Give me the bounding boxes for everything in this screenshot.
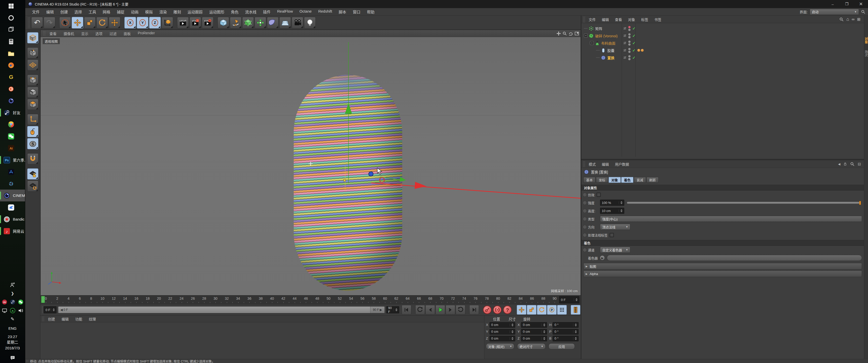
- menubar-item-6[interactable]: 捕捉: [114, 9, 128, 14]
- calculator-app[interactable]: [0, 36, 25, 47]
- lock-x-button[interactable]: X: [124, 17, 136, 29]
- material-menu-1[interactable]: 编辑: [58, 317, 72, 321]
- menubar-item-15[interactable]: 插件: [260, 9, 274, 14]
- render-picture-viewer-button[interactable]: [189, 17, 201, 29]
- visibility-dot-render[interactable]: [628, 58, 630, 60]
- viewport-menu-3[interactable]: 选项: [92, 31, 106, 36]
- ruler-frame-field[interactable]: 0 F: [559, 296, 579, 303]
- workplane-mode-button[interactable]: [27, 60, 38, 71]
- height-field[interactable]: 10 cm: [600, 208, 624, 214]
- cortana-button[interactable]: [0, 12, 25, 24]
- coord-position-field-X[interactable]: 0 cm: [490, 322, 516, 328]
- app-blue-ring[interactable]: [0, 178, 25, 190]
- blue-axis-handle[interactable]: [368, 171, 373, 176]
- menubar-item-12[interactable]: 运动图形: [206, 9, 227, 14]
- render-toggle[interactable]: [623, 34, 626, 37]
- wechat-tray-icon[interactable]: [17, 298, 24, 305]
- viewport-menu-6[interactable]: ProRender: [134, 31, 158, 36]
- visibility-dot-editor[interactable]: [628, 26, 630, 28]
- cinema4d-pinned-app[interactable]: [0, 95, 25, 107]
- material-menu-0[interactable]: 创建: [45, 317, 58, 321]
- lock-z-button[interactable]: Z: [149, 17, 161, 29]
- menubar-item-13[interactable]: 角色: [227, 9, 242, 14]
- visibility-dot-editor[interactable]: [628, 41, 630, 43]
- viewport-menu-2[interactable]: 显示: [78, 31, 92, 36]
- menubar-item-18[interactable]: Redshift: [315, 9, 335, 14]
- material-menu-3[interactable]: 纹理: [86, 317, 99, 321]
- normals-checkbox[interactable]: [610, 233, 614, 237]
- object-menu-0[interactable]: 文件: [586, 17, 599, 22]
- live-selection-button[interactable]: [59, 17, 71, 29]
- position-mode-dropdown[interactable]: 对象 (相对)▼: [486, 343, 514, 350]
- history-back-icon[interactable]: ◀: [838, 162, 840, 166]
- razer-tray-icon[interactable]: [9, 307, 16, 314]
- thunder-app[interactable]: [0, 201, 25, 213]
- origin-app[interactable]: [0, 83, 25, 95]
- attribute-tab-坐标[interactable]: 坐标: [596, 177, 608, 183]
- game-app[interactable]: G: [0, 71, 25, 83]
- visibility-dot-render[interactable]: [628, 51, 630, 53]
- menubar-item-5[interactable]: 网格: [99, 9, 114, 14]
- viewport-menu-grip[interactable]: [43, 31, 45, 36]
- minimize-button[interactable]: –: [826, 0, 840, 8]
- play-button[interactable]: [435, 305, 445, 315]
- current-frame-field[interactable]: 0 F: [44, 306, 57, 314]
- menubar-item-7[interactable]: 动画: [128, 9, 142, 14]
- coord-rotation-field-B[interactable]: 0 °: [553, 336, 579, 341]
- visibility-dot-render[interactable]: [628, 29, 630, 31]
- enabled-check[interactable]: ✓: [632, 34, 636, 38]
- group-Alpha[interactable]: ▶Alpha: [583, 270, 862, 277]
- app-3d-blue[interactable]: [0, 166, 25, 178]
- file-explorer-app[interactable]: [0, 47, 25, 59]
- animation-dot[interactable]: [583, 193, 586, 196]
- pan-view-icon[interactable]: [556, 31, 561, 36]
- viewport-canvas[interactable]: 网格采样 : 100 cm: [41, 37, 581, 295]
- goto-end-button[interactable]: [469, 305, 479, 315]
- add-object-icon[interactable]: ⊞: [857, 17, 861, 22]
- enabled-check[interactable]: ✓: [632, 26, 636, 31]
- z-axis-arrow[interactable]: [400, 177, 406, 183]
- omni-move-button[interactable]: [109, 17, 120, 29]
- menubar-item-14[interactable]: 流水线: [242, 9, 260, 14]
- object-label[interactable]: 破碎 (Voronoi): [595, 33, 618, 38]
- object-menu-5[interactable]: 书签: [651, 17, 664, 22]
- render-toggle[interactable]: [623, 27, 626, 30]
- menubar-item-16[interactable]: RealFlow: [274, 9, 296, 14]
- material-tag-icon[interactable]: [638, 49, 640, 52]
- strength-field[interactable]: 100 %: [600, 200, 624, 206]
- prev-key-button[interactable]: [415, 305, 425, 315]
- object-label[interactable]: 胶囊: [607, 48, 614, 53]
- timeline-scrubber[interactable]: ◀ 0 F 90 F ▶: [58, 306, 385, 314]
- object-menu-4[interactable]: 标签: [638, 17, 651, 22]
- rotate-button[interactable]: [96, 17, 108, 29]
- wechat-app[interactable]: [0, 130, 25, 142]
- coord-position-field-Y[interactable]: 0 cm: [490, 329, 516, 334]
- group-贴图[interactable]: ▶贴图: [583, 263, 862, 269]
- render-toggle[interactable]: [623, 48, 626, 52]
- environment-button[interactable]: [279, 17, 291, 29]
- undo-button[interactable]: ↶: [31, 17, 43, 29]
- shader-field[interactable]: [607, 255, 862, 261]
- direction-dropdown[interactable]: 顶点法线▼: [600, 224, 630, 230]
- start-button[interactable]: [0, 0, 25, 12]
- type-dropdown[interactable]: 强度(中心): [600, 216, 862, 222]
- side-tab-场次[interactable]: 场次: [864, 50, 868, 57]
- timeline-ruler[interactable]: 0 F 024681012141618202224262830323436384…: [40, 295, 581, 304]
- polygons-mode-button[interactable]: [27, 99, 38, 110]
- volume-icon[interactable]: [17, 307, 24, 314]
- language-indicator[interactable]: ENG: [8, 326, 17, 330]
- y-axis-arrow[interactable]: [345, 103, 352, 114]
- render-toggle[interactable]: [623, 56, 626, 59]
- chrome-app[interactable]: [0, 119, 25, 130]
- x-axis-arrow[interactable]: [414, 182, 427, 190]
- render-toggle[interactable]: [623, 41, 626, 45]
- transport-grip[interactable]: [42, 306, 43, 314]
- attribute-tab-基本[interactable]: 基本: [583, 177, 595, 183]
- attribute-menu-grip[interactable]: [583, 161, 585, 167]
- workplane-refresh-button[interactable]: [27, 180, 38, 192]
- lock-y-button[interactable]: Y: [137, 17, 148, 29]
- search-icon[interactable]: [839, 17, 844, 22]
- vpn-tray-icon[interactable]: ЗV: [1, 298, 8, 305]
- people-icon[interactable]: [9, 281, 16, 288]
- attribute-menu-2[interactable]: 用户数据: [612, 162, 632, 167]
